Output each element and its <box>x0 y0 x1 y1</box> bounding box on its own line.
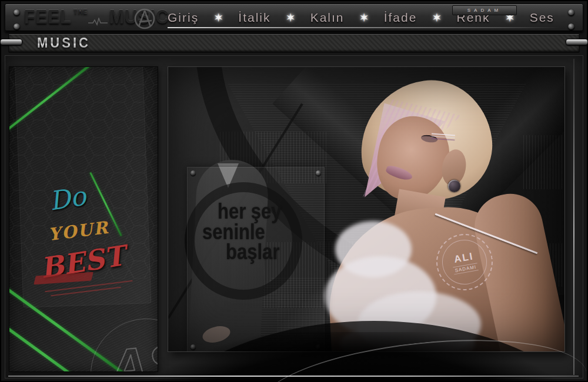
left-handle <box>0 39 22 45</box>
motto-word-do: Do <box>47 180 88 216</box>
nav-item-kalin[interactable]: Kalın <box>310 11 345 25</box>
content-panel: Do YOUR BEST AS <box>5 55 583 378</box>
footer-divider <box>8 376 579 377</box>
page: FEEL THE MUSIC Giriş ✶ İtalik ✶ Kalın ✶ … <box>0 0 588 382</box>
as-monogram: AS <box>106 331 158 372</box>
logo-word-feel: FEEL <box>24 8 72 27</box>
right-rim-highlight <box>573 59 574 375</box>
circle-a-icon <box>132 6 157 31</box>
nav-item-italik[interactable]: İtalik <box>238 11 270 25</box>
stamp-inner-ring <box>439 236 490 288</box>
nav-item-giris[interactable]: Giriş <box>168 11 199 25</box>
main-artwork: her şey seninle başlar <box>168 66 565 352</box>
earring <box>448 180 460 192</box>
screw-icon <box>14 24 20 30</box>
logo-word-the: THE <box>74 9 88 15</box>
glass-panel <box>187 167 325 352</box>
header-bar: FEEL THE MUSIC Giriş ✶ İtalik ✶ Kalın ✶ … <box>5 4 583 32</box>
screw-icon <box>316 170 321 176</box>
heartbeat-pulse-icon <box>88 18 108 26</box>
nav-item-ses[interactable]: Ses <box>530 11 554 25</box>
screw-icon <box>568 24 574 30</box>
screw-icon <box>191 170 196 176</box>
screw-icon <box>14 9 20 16</box>
star-separator-icon: ✶ <box>359 11 369 25</box>
right-handle <box>566 39 588 45</box>
nav-underline <box>168 27 559 28</box>
music-bar: MUSIC <box>8 33 580 53</box>
star-separator-icon: ✶ <box>432 11 442 25</box>
star-separator-icon: ✶ <box>213 11 223 25</box>
sadam-badge: SADAM <box>452 5 517 15</box>
star-separator-icon: ✶ <box>286 11 296 25</box>
left-art-panel: Do YOUR BEST AS <box>9 66 158 372</box>
music-bar-label: MUSIC <box>37 35 91 51</box>
nav-item-ifade[interactable]: İfade <box>384 11 417 25</box>
screw-icon <box>568 9 574 16</box>
